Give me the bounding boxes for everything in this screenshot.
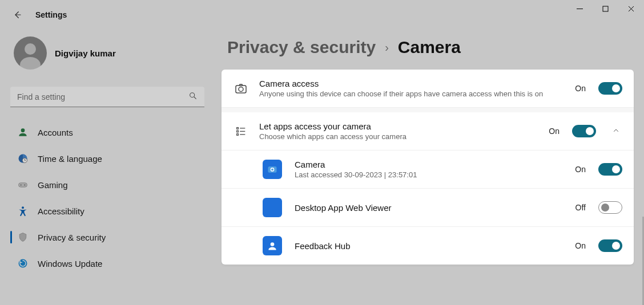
svg-point-14: [24, 184, 25, 185]
app-name: Desktop App Web Viewer: [295, 203, 565, 213]
row-subtitle: Anyone using this device can choose if t…: [259, 90, 565, 98]
app-title: Settings: [35, 10, 67, 19]
camera-icon: [233, 82, 249, 95]
toggle-state-label: On: [549, 127, 560, 136]
sidebar-item-label: Gaming: [38, 180, 68, 190]
svg-rect-1: [603, 6, 608, 11]
sidebar-item-accessibility[interactable]: Accessibility: [10, 198, 204, 223]
chevron-up-icon[interactable]: [610, 127, 622, 136]
breadcrumb: Privacy & security › Camera: [222, 38, 634, 57]
maximize-button[interactable]: [593, 0, 618, 17]
row-let-apps-access[interactable]: Let apps access your camera Choose which…: [222, 112, 634, 151]
svg-point-18: [239, 87, 243, 92]
svg-rect-21: [237, 134, 239, 136]
list-icon: [233, 125, 249, 137]
breadcrumb-parent[interactable]: Privacy & security: [227, 38, 376, 57]
app-icon-feedback-hub: [263, 236, 282, 255]
person-icon: [17, 127, 29, 138]
section-gap: [222, 108, 634, 112]
sidebar-item-label: Windows Update: [38, 259, 102, 269]
svg-point-13: [21, 184, 22, 185]
app-icon-camera: [263, 160, 282, 179]
minimize-button[interactable]: [567, 0, 593, 17]
sidebar-item-label: Privacy & security: [38, 233, 106, 242]
accessibility-icon: [17, 205, 29, 217]
window-controls: [567, 0, 644, 17]
toggle-state-label: On: [575, 165, 586, 174]
svg-point-5: [190, 93, 195, 97]
search-input[interactable]: [10, 87, 204, 107]
close-button[interactable]: [618, 0, 644, 17]
back-button[interactable]: [10, 8, 24, 22]
toggle-app-camera[interactable]: [598, 163, 622, 176]
settings-panel: Camera access Anyone using this device c…: [222, 70, 634, 265]
app-name: Camera: [295, 160, 565, 169]
gamepad-icon: [17, 179, 29, 190]
row-camera-access: Camera access Anyone using this device c…: [222, 70, 634, 108]
app-row-desktop-web-viewer: Desktop App Web Viewer Off: [222, 189, 634, 227]
toggle-app-feedback-hub[interactable]: [598, 239, 622, 252]
app-icon-desktop-web-viewer: [263, 198, 282, 217]
svg-rect-19: [237, 128, 239, 129]
sidebar-item-windows-update[interactable]: Windows Update: [10, 251, 204, 276]
svg-rect-20: [237, 131, 239, 132]
row-subtitle: Choose which apps can access your camera: [259, 132, 538, 141]
svg-point-28: [271, 242, 275, 246]
chevron-right-icon: ›: [385, 41, 389, 54]
avatar: [14, 36, 47, 70]
row-title: Let apps access your camera: [259, 121, 538, 131]
toggle-app-desktop-web-viewer[interactable]: [598, 201, 622, 214]
sidebar-item-label: Accounts: [38, 128, 73, 137]
toggle-state-label: On: [575, 84, 586, 93]
profile-card[interactable]: Digvijay kumar: [10, 36, 204, 70]
svg-point-15: [22, 206, 24, 209]
app-name: Feedback Hub: [295, 241, 565, 251]
shield-icon: [17, 231, 29, 243]
app-subtitle: Last accessed 30-09-2023 | 23:57:01: [295, 170, 565, 179]
search-wrap: [10, 87, 204, 107]
svg-line-6: [194, 97, 196, 99]
toggle-state-label: Off: [575, 203, 586, 212]
sidebar: Digvijay kumar Accounts Time & language: [10, 22, 204, 304]
sidebar-item-gaming[interactable]: Gaming: [10, 172, 204, 197]
toggle-state-label: On: [575, 241, 586, 250]
sidebar-item-label: Time & language: [38, 154, 102, 164]
breadcrumb-current: Camera: [398, 38, 461, 57]
row-title: Camera access: [259, 79, 565, 88]
search-icon: [188, 91, 198, 103]
svg-rect-12: [19, 183, 27, 188]
sidebar-item-time-language[interactable]: Time & language: [10, 146, 204, 171]
sidebar-item-label: Accessibility: [38, 206, 84, 216]
globe-clock-icon: [17, 153, 29, 164]
svg-point-7: [21, 128, 25, 132]
app-row-feedback-hub: Feedback Hub On: [222, 227, 634, 265]
update-icon: [17, 258, 29, 269]
toggle-camera-access[interactable]: [598, 82, 622, 95]
toggle-let-apps-access[interactable]: [572, 125, 596, 137]
main-content: Privacy & security › Camera Camera acces…: [222, 22, 634, 304]
profile-name: Digvijay kumar: [55, 48, 116, 58]
app-row-camera: Camera Last accessed 30-09-2023 | 23:57:…: [222, 151, 634, 189]
sidebar-item-accounts[interactable]: Accounts: [10, 120, 204, 145]
svg-point-27: [271, 169, 273, 171]
sidebar-item-privacy-security[interactable]: Privacy & security: [10, 225, 204, 250]
header: Settings: [0, 0, 644, 22]
